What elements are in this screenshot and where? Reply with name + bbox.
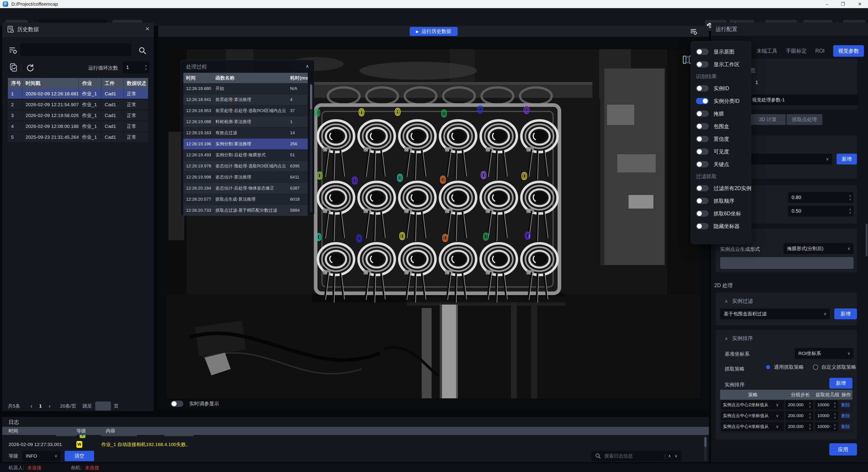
current-page[interactable]: 1 bbox=[39, 403, 42, 409]
toggle-off[interactable] bbox=[696, 48, 709, 55]
process-row[interactable]: 12:26:19.493实例分割-后处理-掩膜形式51 bbox=[183, 149, 308, 161]
sort-strategy-select[interactable]: 实例点云中心Y坐标值从∨ bbox=[721, 411, 784, 420]
top-groups-input[interactable]: 10000∧∨ bbox=[815, 422, 838, 431]
toggle-off[interactable] bbox=[696, 110, 709, 117]
window-maximize-button[interactable]: ❐ bbox=[837, 0, 849, 8]
history-row[interactable]: 22026-02-09 12:21:54.907作业_1Cad1正常 bbox=[8, 100, 148, 110]
toggle-off[interactable] bbox=[696, 85, 709, 92]
live-tuning-toggle[interactable] bbox=[171, 401, 183, 407]
radio-unselected[interactable] bbox=[813, 365, 818, 370]
process-row[interactable]: 12:26:19.998姿态估计-算法推理6411 bbox=[183, 172, 308, 183]
process-row[interactable]: 12:26:18.680开始N/A bbox=[183, 83, 308, 94]
run-cycle-stepper[interactable]: 1 ∧∨ bbox=[123, 62, 149, 73]
jump-page-input[interactable] bbox=[95, 402, 111, 410]
toggle-off[interactable] bbox=[696, 210, 709, 217]
clear-log-button[interactable]: 清空 bbox=[65, 451, 94, 461]
window-close-button[interactable]: ✕ bbox=[854, 0, 866, 8]
toggle-off[interactable] bbox=[696, 61, 709, 68]
history-row[interactable]: 52025-09-23 21:31:45.264作业_1Cad1正常 bbox=[8, 132, 148, 143]
toggle-on[interactable] bbox=[696, 98, 709, 104]
pointcloud-gen-select[interactable]: 掩膜形式(分割后) ∨ bbox=[783, 243, 854, 254]
config-scrollbar[interactable] bbox=[866, 224, 868, 257]
process-row[interactable]: 12:26:20.577抓取点生成-算法推理6018 bbox=[183, 194, 308, 205]
search-icon[interactable] bbox=[138, 46, 147, 55]
process-row[interactable]: 12:26:19.196实例分割-算法推理256 bbox=[183, 138, 308, 149]
history-row[interactable]: 12026-02-09 12:26:18.681作业_1Cad1正常 bbox=[8, 89, 148, 100]
top-groups-input[interactable]: 10000∧∨ bbox=[815, 411, 838, 420]
confidence-threshold-input[interactable]: 0.80 ∧∨ bbox=[788, 192, 854, 203]
stepper-icons[interactable]: ∧∨ bbox=[849, 206, 851, 216]
top-groups-input[interactable]: 10000∧∨ bbox=[815, 400, 838, 409]
log-row-warning[interactable]: 2026-02-09 12:27:33,001 W 作业_1 自动连接相机192… bbox=[2, 439, 709, 449]
instance-sort-header[interactable]: ∧ 实例排序 bbox=[725, 335, 753, 342]
titlebar: P D:/Project/coffeemcap – ❐ ✕ bbox=[0, 0, 868, 8]
toggle-off[interactable] bbox=[696, 136, 709, 142]
group-step-input[interactable]: 200.000∧∨ bbox=[786, 422, 813, 431]
run-history-button[interactable]: ▶ 运行历史数据 bbox=[410, 27, 458, 36]
window-minimize-button[interactable]: – bbox=[821, 0, 833, 8]
process-row[interactable]: 12:26:18.953前景处理-后处理-选取ROI区域内点云37 bbox=[183, 105, 308, 116]
history-row[interactable]: 42026-02-09 12:08:00.188作业_1Cad1正常 bbox=[8, 121, 148, 132]
history-search-input[interactable] bbox=[20, 43, 131, 56]
process-row[interactable]: 12:26:19.978姿态估计-预处理-选取ROI区域内点云6395 bbox=[183, 161, 308, 172]
log-level-select[interactable]: INFO ∨ bbox=[22, 451, 61, 461]
strategy-radio-option[interactable]: 自定义抓取策略 bbox=[813, 364, 856, 371]
process-row[interactable]: 12:26:19.088料框检测-算法推理1 bbox=[183, 116, 308, 128]
log-row-clipped[interactable]: I bbox=[2, 435, 709, 439]
log-search-box[interactable]: | ∧ ∨ bbox=[591, 451, 682, 461]
delete-link[interactable]: 删除 bbox=[839, 424, 852, 430]
stepper-icons[interactable]: ∧∨ bbox=[145, 62, 147, 73]
page-next-icon[interactable]: › bbox=[49, 403, 51, 410]
process-row[interactable]: 12:26:20.184姿态估计-后处理-物体姿态修正6387 bbox=[183, 183, 308, 194]
batch-select-icon[interactable] bbox=[9, 63, 18, 73]
process-row[interactable]: 12:26:20.733抓取点过滤-基于精匹配分数过滤5884 bbox=[183, 205, 308, 216]
processing-tab[interactable]: 抓取点处理 bbox=[786, 114, 822, 125]
toggle-off[interactable] bbox=[696, 123, 709, 130]
delete-link[interactable]: 删除 bbox=[839, 413, 852, 419]
per-page-label[interactable]: 20条/页 bbox=[60, 403, 76, 409]
instance-filter-select[interactable]: 基于包围盒面积过滤 ∨ bbox=[720, 308, 830, 319]
config-tab[interactable]: 视觉参数 bbox=[833, 45, 864, 57]
toggle-off[interactable] bbox=[696, 161, 709, 167]
instance-filter-header[interactable]: ∧ 实例过滤 bbox=[725, 298, 753, 305]
process-row[interactable]: 12:26:18.941前景处理-算法推理4 bbox=[183, 94, 308, 105]
base-frame-select[interactable]: ROI坐标系 ∨ bbox=[795, 348, 854, 359]
mask-threshold-input[interactable]: 0.50 ∧∨ bbox=[788, 206, 854, 216]
stepper-icons[interactable]: ∧∨ bbox=[849, 192, 851, 203]
radio-selected[interactable] bbox=[765, 365, 771, 370]
history-search-field[interactable] bbox=[20, 43, 131, 56]
search-next-icon[interactable]: ∨ bbox=[675, 453, 678, 459]
group-step-input[interactable]: 200.000∧∨ bbox=[786, 411, 813, 420]
process-row[interactable]: 12:26:19.163有效点过滤14 bbox=[183, 128, 308, 138]
config-tab[interactable]: 末端工具 bbox=[756, 47, 777, 55]
sort-strategy-select[interactable]: 实例点云中心X坐标值从∨ bbox=[721, 422, 784, 431]
search-filter-icon[interactable] bbox=[8, 45, 18, 55]
collapse-icon[interactable]: ∧ bbox=[306, 63, 309, 69]
config-tab[interactable]: ROI bbox=[815, 48, 825, 54]
toggle-off[interactable] bbox=[696, 223, 709, 229]
log-search-input[interactable] bbox=[604, 453, 662, 459]
config-tab[interactable]: 手眼标定 bbox=[786, 47, 807, 55]
delete-link[interactable]: 删除 bbox=[839, 402, 852, 408]
history-row[interactable]: 32026-02-09 12:19:58.026作业_1Cad1正常 bbox=[8, 110, 148, 121]
apply-button[interactable]: 应用 bbox=[829, 443, 857, 456]
log-scrollbar[interactable] bbox=[704, 436, 707, 461]
group-step-input[interactable]: 200.000∧∨ bbox=[786, 400, 813, 409]
sort-strategy-select[interactable]: 实例点云中心Z坐标值从∨ bbox=[721, 400, 784, 409]
toggle-off[interactable] bbox=[696, 185, 709, 191]
close-icon[interactable]: ✕ bbox=[145, 26, 150, 32]
param-name-input[interactable]: 视觉处理参数-1 bbox=[748, 95, 859, 105]
process-scrollbar[interactable] bbox=[310, 83, 312, 212]
page-prev-icon[interactable]: ‹ bbox=[31, 403, 33, 410]
display-settings-icon[interactable] bbox=[689, 28, 698, 35]
strategy-radio-option[interactable]: 通用抓取策略 bbox=[765, 364, 804, 371]
add-button[interactable]: 新增 bbox=[829, 378, 852, 389]
pointcloud-empty-field[interactable] bbox=[720, 257, 854, 269]
toggle-off[interactable] bbox=[696, 198, 709, 204]
add-button[interactable]: 新增 bbox=[834, 308, 857, 319]
refresh-icon[interactable] bbox=[25, 63, 35, 73]
processing-tab[interactable]: 3D 计算 bbox=[750, 114, 786, 125]
add-button[interactable]: 新增 bbox=[837, 154, 857, 165]
toggle-off[interactable] bbox=[696, 148, 709, 155]
search-prev-icon[interactable]: ∧ bbox=[668, 453, 671, 459]
